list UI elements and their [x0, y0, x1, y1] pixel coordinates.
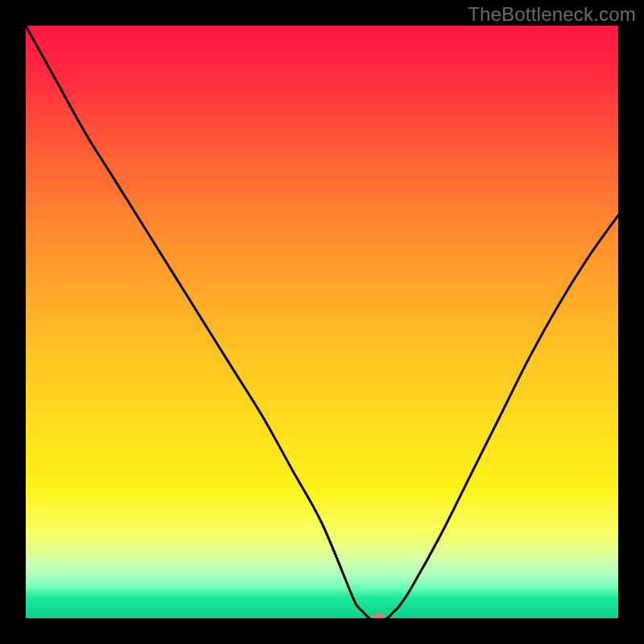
plot-area — [26, 26, 618, 618]
chart-frame: TheBottleneck.com — [0, 0, 644, 644]
watermark-text: TheBottleneck.com — [468, 3, 636, 26]
gradient-background — [26, 26, 618, 618]
chart-svg — [26, 26, 618, 618]
